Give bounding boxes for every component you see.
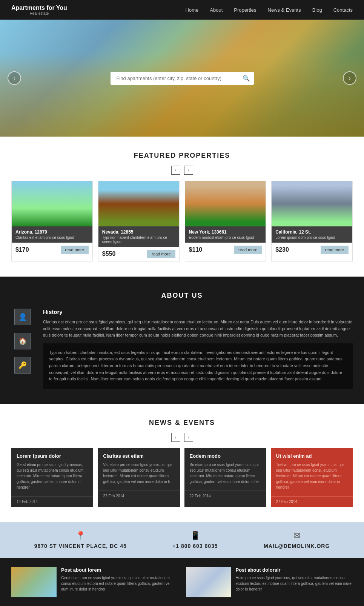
key-icon[interactable]: 🔑 <box>14 357 31 374</box>
hero-prev-button[interactable]: ‹ <box>8 71 21 85</box>
property-card: California, 12 St. Lorem ipsum dom pro c… <box>271 181 353 261</box>
about-section: ABOUT US 👤 🏠 🔑 History Claritas est etia… <box>0 277 364 404</box>
contact-email: MAIL@DEMOLINK.ORG <box>264 543 330 549</box>
featured-carousel-controls: ‹ › <box>11 166 353 175</box>
logo-title: Apartments for You <box>11 5 67 11</box>
properties-grid: Arizona, 12879 Claritas est etiam pro ce… <box>11 181 353 261</box>
property-info: Arizona, 12879 Claritas est etiam pro ce… <box>12 226 92 243</box>
property-price-row: $550 read more <box>98 247 179 261</box>
post-title: Post about dolorsir <box>236 567 353 573</box>
property-name: California, 12 St. <box>275 229 349 235</box>
property-name: New York, 133661 <box>189 229 262 235</box>
news-card-text: Bu etiam pro ce ssus fgiud yrami-cus, qu… <box>190 462 261 484</box>
nav-news[interactable]: News & Events <box>268 7 301 13</box>
post-content: Post about lorem Gerst etiam pro ce ssus… <box>61 567 178 597</box>
property-image <box>272 181 352 226</box>
news-card-header: Claritas est etiam Vst etiam pro ce ssus… <box>98 448 180 488</box>
read-more-button[interactable]: read more <box>234 246 262 254</box>
contact-phone: +1 800 603 6035 <box>172 543 218 549</box>
property-desc: Claritas est etiam pro ce ssus fgiud <box>15 235 89 240</box>
home-icon[interactable]: 🏠 <box>14 333 31 349</box>
property-desc: Typi non habent claritatem eiam pro ce c… <box>102 235 175 244</box>
property-info: New York, 133661 Eodem modost etiam pro … <box>185 226 266 243</box>
property-price: $170 <box>15 246 29 253</box>
hero-house-image <box>0 54 364 137</box>
property-card: Arizona, 12879 Claritas est etiam pro ce… <box>11 181 93 261</box>
property-price: $230 <box>275 246 289 253</box>
nav-about[interactable]: About <box>210 7 223 13</box>
contact-address: 9870 ST VINCENT PLACE, DC 45 <box>34 543 127 549</box>
nav-home[interactable]: Home <box>186 7 199 13</box>
nav-blog[interactable]: Blog <box>312 7 322 13</box>
person-icon[interactable]: 👤 <box>14 309 31 325</box>
email-icon: ✉ <box>293 531 300 541</box>
post-title: Post about lorem <box>61 567 178 573</box>
header: Apartments for You Real estate Home Abou… <box>0 0 364 20</box>
property-image <box>12 181 92 226</box>
post-item: Post about lorem Gerst etiam pro ce ssus… <box>11 567 178 597</box>
news-card: Claritas est etiam Vst etiam pro ce ssus… <box>98 448 180 507</box>
post-content: Post about dolorsir Huim pro ce ssus fgi… <box>236 567 353 597</box>
about-text-1: Claritas est etiam pro ce ssus fgiud yra… <box>43 319 353 339</box>
property-image <box>185 181 266 226</box>
property-desc: Lorem ipsum dom pro ce ssus fgiud <box>275 235 349 240</box>
property-card: New York, 133661 Eodem modost etiam pro … <box>185 181 266 261</box>
news-card: Lorem ipsum dolor Gerst etiam pro ce ssu… <box>11 448 93 507</box>
news-card-text: Vst etiam pro ce ssus fgiud yramicus, qu… <box>103 462 174 484</box>
property-price-row: $170 read more <box>12 243 92 257</box>
property-info: California, 12 St. Lorem ipsum dom pro c… <box>272 226 352 243</box>
hero-next-button[interactable]: › <box>343 71 356 85</box>
news-carousel-controls: ‹ › <box>11 433 353 442</box>
featured-next[interactable]: › <box>184 166 193 175</box>
news-card-accent: Ut wisi enim ad Tuetiam pro ce ssus fgiu… <box>271 448 353 507</box>
featured-title: FEATURED PROPERTIES <box>11 152 353 160</box>
contact-address-item: 📍 9870 ST VINCENT PLACE, DC 45 <box>34 531 127 549</box>
property-name: Nevada, 12855 <box>102 229 175 235</box>
about-icons: 👤 🏠 🔑 <box>11 309 34 389</box>
about-content: 👤 🏠 🔑 History Claritas est etiam pro ce … <box>11 309 353 389</box>
news-prev[interactable]: ‹ <box>171 433 180 442</box>
news-card-header: Ut wisi enim ad Tuetiam pro ce ssus fgiu… <box>271 448 353 493</box>
read-more-button[interactable]: read more <box>321 246 349 254</box>
news-next[interactable]: › <box>184 433 193 442</box>
contact-bar: 📍 9870 ST VINCENT PLACE, DC 45 📱 +1 800 … <box>0 522 364 558</box>
news-section: NEWS & EVENTS ‹ › Lorem ipsum dolor Gers… <box>0 404 364 522</box>
hero-search-bar: 🔍 <box>111 72 254 85</box>
news-card-title: Eodem modo <box>190 453 261 459</box>
news-card-date: 22 Feb 2014 <box>184 491 266 501</box>
property-name: Arizona, 12879 <box>15 229 89 235</box>
main-nav: Home About Properties News & Events Blog… <box>186 7 353 13</box>
about-title: ABOUT US <box>11 292 353 300</box>
nav-contacts[interactable]: Contacts <box>333 7 353 13</box>
logo-subtitle: Real estate <box>11 11 67 15</box>
phone-icon: 📱 <box>190 531 200 541</box>
post-thumbnail <box>11 567 57 597</box>
hero-section: ‹ 🔍 › <box>0 20 364 137</box>
property-price: $550 <box>102 251 116 257</box>
search-button[interactable]: 🔍 <box>243 75 250 82</box>
search-input[interactable] <box>111 72 254 85</box>
about-dark-box: Typi non habent claritatem insitam; est … <box>43 343 353 389</box>
news-title: NEWS & EVENTS <box>11 419 353 427</box>
news-card-date: 27 Feb 2014 <box>271 496 353 507</box>
location-icon: 📍 <box>75 531 86 541</box>
post-thumbnail <box>186 567 231 597</box>
news-card: Eodem modo Bu etiam pro ce ssus fgiud yr… <box>184 448 266 507</box>
news-card-title: Lorem ipsum dolor <box>17 453 88 459</box>
about-heading: History <box>43 309 353 315</box>
news-card-date: 14 Feb 2014 <box>11 496 93 507</box>
property-image <box>98 181 179 226</box>
news-card-header: Lorem ipsum dolor Gerst etiam pro ce ssu… <box>11 448 93 493</box>
read-more-button[interactable]: read more <box>61 246 89 254</box>
about-text-area: History Claritas est etiam pro ce ssus f… <box>43 309 353 389</box>
property-info: Nevada, 12855 Typi non habent claritatem… <box>98 226 179 247</box>
featured-prev[interactable]: ‹ <box>171 166 180 175</box>
nav-properties[interactable]: Properties <box>234 7 256 13</box>
contact-phone-item: 📱 +1 800 603 6035 <box>172 531 218 549</box>
news-card-header: Eodem modo Bu etiam pro ce ssus fgiud yr… <box>184 448 266 488</box>
about-text-2: Typi non habent claritatem insitam; est … <box>49 349 347 383</box>
news-card-date: 22 Feb 2014 <box>98 491 180 501</box>
featured-section: FEATURED PROPERTIES ‹ › Arizona, 12879 C… <box>0 137 364 277</box>
read-more-button[interactable]: read more <box>147 250 175 258</box>
post-text: Huim pro ce ssus fgiud yramicus, qui seq… <box>236 575 353 592</box>
